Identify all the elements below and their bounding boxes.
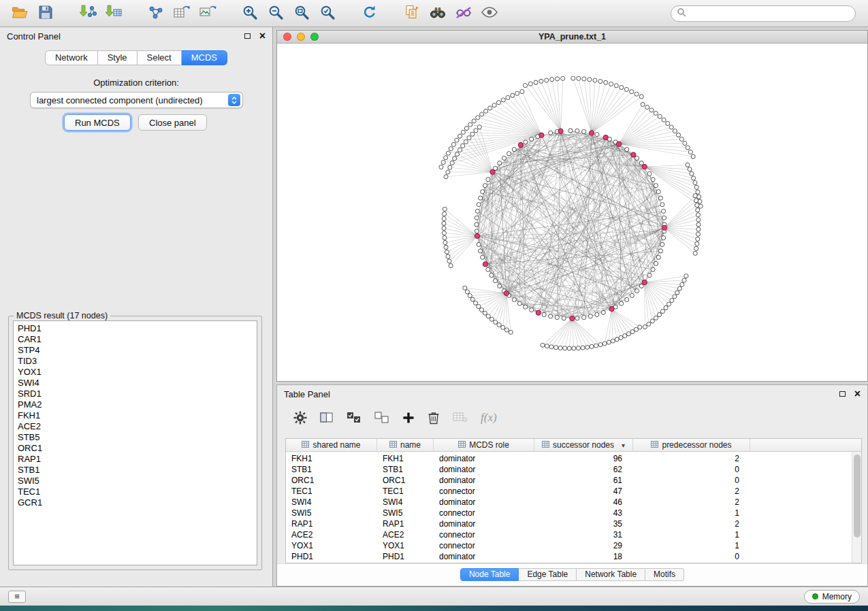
- column-header-label: predecessor nodes: [662, 440, 731, 450]
- import-table-icon: [105, 4, 123, 23]
- memory-button[interactable]: Memory: [804, 590, 860, 604]
- zoom-fit-button[interactable]: [289, 3, 315, 24]
- control-panel: Control Panel × Network Style Select MCD…: [0, 27, 273, 587]
- mcds-result-item[interactable]: ACE2: [14, 421, 257, 432]
- column-header-successor-nodes[interactable]: successor nodes▾: [534, 439, 633, 451]
- mcds-result-item[interactable]: STP4: [14, 345, 257, 356]
- zoom-selected-button[interactable]: [315, 3, 340, 24]
- table-cell: ACE2: [286, 529, 377, 540]
- tab-style[interactable]: Style: [98, 50, 138, 65]
- table-settings-button[interactable]: [293, 410, 307, 426]
- zoom-window-icon[interactable]: [310, 33, 319, 41]
- table-cell: ORC1: [377, 475, 434, 486]
- table-row[interactable]: TEC1TEC1connector472: [286, 486, 852, 497]
- import-network-button[interactable]: [75, 3, 101, 24]
- mcds-result-item[interactable]: STB5: [14, 432, 257, 443]
- save-session-button[interactable]: [33, 3, 59, 24]
- tab-select[interactable]: Select: [138, 50, 182, 65]
- new-network-button[interactable]: [143, 3, 169, 24]
- table-row[interactable]: SWI5SWI5connector431: [286, 508, 852, 518]
- tab-mcds[interactable]: MCDS: [182, 50, 227, 65]
- column-header-label: shared name: [312, 440, 360, 450]
- table-cell: connector: [434, 508, 534, 518]
- show-graphics-button[interactable]: [477, 3, 502, 24]
- tab-edge-table[interactable]: Edge Table: [519, 568, 577, 581]
- table-scrollbar[interactable]: [852, 452, 861, 563]
- tab-network[interactable]: Network: [45, 50, 98, 65]
- run-mcds-button[interactable]: Run MCDS: [64, 114, 131, 131]
- column-header-label: successor nodes: [553, 440, 614, 450]
- table-cell: 1: [633, 508, 750, 518]
- close-table-panel-icon[interactable]: ×: [854, 390, 861, 398]
- table-cell: 62: [534, 464, 633, 475]
- copy-view-button[interactable]: [399, 3, 425, 24]
- zoom-out-button[interactable]: [263, 3, 289, 24]
- column-header-predecessor-nodes[interactable]: predecessor nodes: [633, 439, 750, 451]
- table-cell: 0: [633, 551, 750, 562]
- tab-network-table[interactable]: Network Table: [577, 568, 645, 581]
- refresh-view-button[interactable]: [357, 3, 383, 24]
- criterion-dropdown[interactable]: largest connected component (undirected): [30, 92, 243, 108]
- table-row[interactable]: YOX1YOX1connector291: [286, 540, 852, 551]
- table-row[interactable]: SWI4SWI4dominator462: [286, 497, 852, 508]
- mcds-result-item[interactable]: ORC1: [14, 443, 257, 454]
- show-columns-button[interactable]: [320, 410, 334, 426]
- table-scrollbar-thumb[interactable]: [854, 455, 861, 538]
- table-row[interactable]: PHD1PHD1dominator180: [286, 551, 852, 562]
- mcds-result-title: MCDS result (17 nodes): [14, 311, 110, 320]
- mcds-result-item[interactable]: RAP1: [14, 454, 257, 465]
- select-all-button[interactable]: [347, 410, 361, 426]
- tab-motifs[interactable]: Motifs: [645, 568, 684, 581]
- control-panel-title: Control Panel: [7, 31, 61, 42]
- mcds-result-item[interactable]: GCR1: [14, 497, 257, 508]
- mcds-result-item[interactable]: SWI5: [14, 476, 257, 486]
- search-field[interactable]: [671, 5, 856, 22]
- tab-node-table[interactable]: Node Table: [460, 568, 519, 581]
- float-panel-icon[interactable]: [244, 33, 251, 39]
- status-menu-button[interactable]: ≡: [8, 591, 26, 603]
- table-row[interactable]: RAP1RAP1dominator352: [286, 518, 852, 529]
- zoom-in-button[interactable]: [237, 3, 263, 24]
- network-table-button[interactable]: [169, 3, 195, 24]
- chevron-down-icon[interactable]: ▾: [622, 442, 625, 449]
- table-cell: 96: [534, 453, 633, 464]
- float-table-panel-icon[interactable]: [839, 391, 846, 397]
- table-row[interactable]: STB1STB1dominator620: [286, 464, 852, 475]
- mcds-result-item[interactable]: FKH1: [14, 410, 257, 421]
- close-window-icon[interactable]: [283, 33, 291, 41]
- network-window-titlebar[interactable]: YPA_prune.txt_1: [277, 31, 867, 44]
- mcds-result-list[interactable]: PHD1CAR1STP4TID3YOX1SWI4SRD1PMA2FKH1ACE2…: [13, 320, 257, 565]
- hide-graphics-button[interactable]: [451, 3, 477, 24]
- column-header-name[interactable]: name: [377, 439, 434, 451]
- table-row[interactable]: ORC1ORC1dominator610: [286, 475, 852, 486]
- open-file-button[interactable]: [7, 3, 33, 24]
- search-input[interactable]: [686, 8, 850, 19]
- close-panel-button[interactable]: Close panel: [138, 114, 207, 131]
- import-table-button[interactable]: [101, 3, 127, 24]
- mcds-result-item[interactable]: TID3: [14, 356, 257, 367]
- minimize-window-icon[interactable]: [297, 33, 305, 41]
- deselect-all-button[interactable]: [374, 410, 389, 426]
- column-grid-icon: [651, 440, 658, 450]
- table-row[interactable]: FKH1FKH1dominator962: [286, 453, 852, 464]
- mcds-result-item[interactable]: SRD1: [14, 389, 257, 399]
- mcds-result-item[interactable]: STB1: [14, 465, 257, 476]
- table-row[interactable]: ACE2ACE2connector311: [286, 529, 852, 540]
- mcds-result-item[interactable]: YOX1: [14, 367, 257, 378]
- network-canvas[interactable]: [277, 44, 867, 381]
- node-table-body: FKH1FKH1dominator962STB1STB1dominator620…: [286, 453, 852, 563]
- delete-column-button[interactable]: [428, 410, 440, 426]
- mcds-result-item[interactable]: TEC1: [14, 486, 257, 497]
- export-image-button[interactable]: [195, 3, 221, 24]
- mcds-result-item[interactable]: SWI4: [14, 378, 257, 389]
- find-button[interactable]: [425, 3, 451, 24]
- column-header-mcds-role[interactable]: MCDS role: [434, 439, 534, 451]
- column-header-shared-name[interactable]: shared name: [286, 439, 377, 451]
- mcds-result-item[interactable]: PMA2: [14, 399, 257, 410]
- mcds-result-item[interactable]: PHD1: [14, 323, 257, 334]
- column-header-label: name: [400, 440, 421, 450]
- control-panel-tabs: Network Style Select MCDS: [0, 50, 272, 65]
- mcds-result-item[interactable]: CAR1: [14, 334, 257, 345]
- add-column-button[interactable]: [402, 410, 415, 426]
- close-panel-icon[interactable]: ×: [259, 32, 266, 40]
